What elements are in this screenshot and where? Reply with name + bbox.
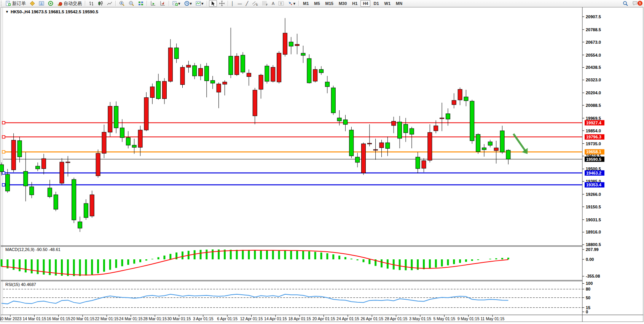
candle-bear[interactable] xyxy=(325,82,329,87)
candle-bull[interactable] xyxy=(247,73,251,76)
candle-bull[interactable] xyxy=(180,67,185,85)
candle-bear[interactable] xyxy=(193,66,197,76)
chart-shift-button[interactable] xyxy=(149,0,158,7)
candle-bull[interactable] xyxy=(313,70,317,81)
candle-bear[interactable] xyxy=(410,129,414,134)
timeframe-button-mn[interactable]: MN xyxy=(394,0,405,7)
data-window-button[interactable] xyxy=(37,0,46,7)
line-anchor-handle[interactable] xyxy=(2,172,5,174)
timeframe-button-h4[interactable]: H4 xyxy=(360,0,370,7)
timeframe-button-w1[interactable]: W1 xyxy=(382,0,393,7)
candle-bull[interactable] xyxy=(41,159,46,168)
candle-bear[interactable] xyxy=(126,138,130,145)
candle-bull[interactable] xyxy=(367,143,371,144)
candle-bull[interactable] xyxy=(11,140,16,170)
notifications-button[interactable]: 1 xyxy=(631,0,644,7)
candle-bull[interactable] xyxy=(150,87,155,97)
candle-bear[interactable] xyxy=(36,166,40,169)
toolbar-grip[interactable] xyxy=(1,1,3,6)
timeframe-button-m5[interactable]: M5 xyxy=(312,0,322,7)
candle-bear[interactable] xyxy=(48,188,52,197)
candle-bear[interactable] xyxy=(470,101,474,141)
candle-bear[interactable] xyxy=(0,165,4,172)
search-button[interactable] xyxy=(621,0,630,7)
candle-bull[interactable] xyxy=(217,84,221,92)
candle-bull[interactable] xyxy=(494,148,498,151)
zoom-in-button[interactable] xyxy=(118,0,126,7)
candle-bull[interactable] xyxy=(66,162,70,163)
candle-bull[interactable] xyxy=(253,90,257,116)
candle-bear[interactable] xyxy=(403,124,408,133)
candle-bear[interactable] xyxy=(476,134,480,152)
candle-bull[interactable] xyxy=(223,82,227,84)
candle-bear[interactable] xyxy=(488,142,492,145)
candle-bear[interactable] xyxy=(355,157,360,162)
candle-bull[interactable] xyxy=(440,118,444,119)
templates-button[interactable]: ▾ xyxy=(194,0,205,7)
candle-bear[interactable] xyxy=(464,97,468,101)
candle-bull[interactable] xyxy=(102,132,106,153)
trendline-tool-button[interactable]: ╱ xyxy=(244,0,250,7)
line-anchor-handle[interactable] xyxy=(2,121,5,124)
zoom-out-button[interactable] xyxy=(127,0,136,7)
candle-bull[interactable] xyxy=(271,67,275,81)
candle-bull[interactable] xyxy=(108,106,112,132)
candle-bear[interactable] xyxy=(307,59,311,83)
auto-scroll-button[interactable] xyxy=(158,0,167,7)
timeframe-button-m1[interactable]: M1 xyxy=(301,0,311,7)
candle-bear[interactable] xyxy=(343,120,348,124)
candle-bear[interactable] xyxy=(446,114,450,119)
candlestick-chart[interactable]: 20907.520788.520673.020554.020438.520323… xyxy=(0,7,644,324)
candle-bear[interactable] xyxy=(398,122,402,138)
candle-bull[interactable] xyxy=(187,65,191,67)
candle-bull[interactable] xyxy=(235,56,239,75)
candle-bear[interactable] xyxy=(416,157,420,168)
text-label-tool-button[interactable]: T xyxy=(277,0,285,7)
candle-bull[interactable] xyxy=(162,81,166,99)
candle-bear[interactable] xyxy=(78,222,82,228)
arrows-tool-button[interactable]: ▾ xyxy=(286,0,297,7)
candle-bull[interactable] xyxy=(392,121,396,125)
candle-bear[interactable] xyxy=(156,81,161,99)
candle-bull[interactable] xyxy=(144,98,148,130)
candle-bear[interactable] xyxy=(482,148,486,150)
line-anchor-handle[interactable] xyxy=(2,184,5,186)
candle-bull[interactable] xyxy=(277,53,281,82)
candle-bear[interactable] xyxy=(18,141,22,157)
candle-bear[interactable] xyxy=(289,42,293,46)
line-anchor-handle[interactable] xyxy=(2,151,5,153)
candle-bear[interactable] xyxy=(30,187,34,195)
candle-bear[interactable] xyxy=(386,143,390,148)
text-tool-button[interactable]: A xyxy=(270,0,276,7)
candle-bull[interactable] xyxy=(422,160,426,168)
channel-tool-button[interactable]: E xyxy=(250,0,260,7)
candle-bear[interactable] xyxy=(301,53,305,56)
new-chart-button[interactable]: ▾ xyxy=(171,0,182,7)
candle-bull[interactable] xyxy=(199,68,203,76)
cursor-tool-button[interactable] xyxy=(209,0,217,7)
candle-bear[interactable] xyxy=(174,48,179,59)
candle-bear[interactable] xyxy=(500,131,504,152)
bar-chart-button[interactable] xyxy=(87,0,96,7)
horizontal-line-tool-button[interactable]: — xyxy=(236,0,243,7)
fibonacci-tool-button[interactable]: F xyxy=(260,0,269,7)
navigator-button[interactable] xyxy=(46,0,55,7)
candle-bear[interactable] xyxy=(210,81,215,83)
crosshair-tool-button[interactable] xyxy=(218,0,226,7)
candle-bear[interactable] xyxy=(229,56,233,75)
candle-bear[interactable] xyxy=(319,70,324,73)
tile-windows-button[interactable] xyxy=(137,0,145,7)
candle-bull[interactable] xyxy=(362,144,366,173)
candle-bear[interactable] xyxy=(114,106,118,128)
candle-bear[interactable] xyxy=(84,203,88,218)
candle-bear[interactable] xyxy=(265,66,269,81)
auto-trading-button[interactable]: 自动交易 xyxy=(56,0,83,7)
candle-bull[interactable] xyxy=(428,132,432,160)
timeframe-button-d1[interactable]: D1 xyxy=(371,0,381,7)
timeframe-button-m15[interactable]: M15 xyxy=(323,0,336,7)
timeframe-button-m30[interactable]: M30 xyxy=(336,0,349,7)
candle-bear[interactable] xyxy=(72,179,76,220)
vertical-line-tool-button[interactable]: │ xyxy=(230,0,236,7)
candle-bull[interactable] xyxy=(60,162,64,183)
candle-bull[interactable] xyxy=(90,195,94,216)
